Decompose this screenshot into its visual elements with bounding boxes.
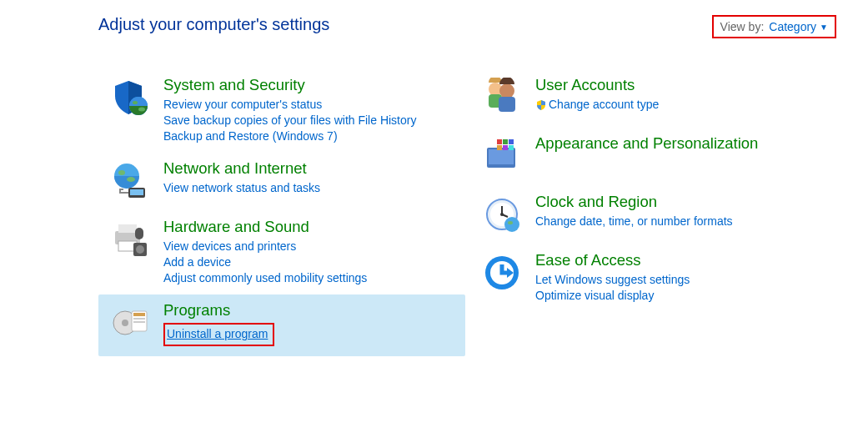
user-accounts-icon: [477, 78, 527, 118]
category-title-programs[interactable]: Programs: [163, 301, 274, 320]
svg-rect-32: [497, 145, 502, 150]
uninstall-highlight: Uninstall a program: [163, 323, 274, 346]
category-system-security: System and Security Review your computer…: [98, 69, 465, 153]
link-optimize-display[interactable]: Optimize visual display: [535, 289, 690, 302]
svg-point-41: [508, 221, 513, 224]
link-file-history[interactable]: Save backup copies of your files with Fi…: [163, 113, 416, 127]
category-title-hardware[interactable]: Hardware and Sound: [163, 218, 367, 236]
category-network-internet: Network and Internet View network status…: [98, 153, 465, 211]
clock-icon: [477, 194, 527, 234]
ease-of-access-icon: [477, 253, 527, 293]
link-devices-printers[interactable]: View devices and printers: [163, 239, 367, 253]
category-user-accounts: User Accounts Change account type: [470, 69, 779, 128]
link-mobility-settings[interactable]: Adjust commonly used mobility settings: [163, 271, 367, 284]
svg-rect-12: [118, 224, 137, 233]
dropdown-arrow-icon[interactable]: ▼: [820, 23, 828, 32]
svg-point-7: [118, 170, 125, 175]
svg-rect-31: [509, 139, 514, 144]
link-network-status[interactable]: View network status and tasks: [163, 181, 320, 194]
category-programs: Programs Uninstall a program: [98, 294, 465, 356]
svg-rect-22: [133, 321, 145, 323]
svg-point-40: [504, 217, 519, 232]
svg-point-25: [499, 83, 514, 98]
svg-rect-28: [489, 149, 514, 164]
category-appearance: Appearance and Personalization: [470, 128, 779, 186]
printer-icon: [105, 219, 155, 259]
link-backup-restore[interactable]: Backup and Restore (Windows 7): [163, 129, 416, 143]
svg-rect-26: [499, 97, 515, 112]
link-date-time-formats[interactable]: Change date, time, or number formats: [535, 214, 733, 228]
page-title: Adjust your computer's settings: [98, 15, 329, 34]
svg-point-4: [133, 101, 138, 104]
category-ease-of-access: Ease of Access Let Windows suggest setti…: [470, 244, 779, 312]
svg-rect-29: [497, 139, 502, 144]
link-add-device[interactable]: Add a device: [163, 255, 367, 269]
category-title-network[interactable]: Network and Internet: [163, 159, 320, 178]
svg-rect-30: [503, 139, 508, 144]
category-clock-region: Clock and Region Change date, time, or n…: [470, 186, 779, 244]
globe-icon: [105, 161, 155, 201]
category-hardware-sound: Hardware and Sound View devices and prin…: [98, 211, 465, 294]
svg-point-8: [127, 177, 135, 182]
svg-point-18: [122, 320, 128, 326]
svg-point-39: [500, 213, 504, 216]
category-title-clock-region[interactable]: Clock and Region: [535, 193, 733, 211]
view-by-highlight: View by: Category ▼: [712, 15, 836, 38]
link-uninstall-program[interactable]: Uninstall a program: [167, 327, 268, 340]
svg-rect-21: [133, 318, 145, 320]
link-review-status[interactable]: Review your computer's status: [163, 98, 416, 111]
svg-rect-10: [130, 189, 143, 195]
category-title-user-accounts[interactable]: User Accounts: [535, 76, 659, 94]
view-by-dropdown[interactable]: Category: [769, 20, 816, 33]
uac-shield-icon: [535, 99, 547, 111]
svg-rect-33: [503, 145, 508, 150]
appearance-icon: [477, 136, 527, 176]
svg-point-5: [138, 108, 145, 112]
link-suggest-settings[interactable]: Let Windows suggest settings: [535, 273, 690, 286]
programs-icon: [105, 303, 155, 343]
link-change-account-type[interactable]: Change account type: [535, 98, 659, 111]
shield-icon: [105, 78, 155, 118]
svg-point-15: [136, 245, 144, 254]
category-title-appearance[interactable]: Appearance and Personalization: [535, 134, 758, 153]
category-title-system-security[interactable]: System and Security: [163, 76, 416, 94]
svg-rect-34: [509, 145, 514, 150]
svg-rect-20: [133, 313, 145, 316]
category-title-ease-of-access[interactable]: Ease of Access: [535, 251, 690, 269]
view-by-label: View by:: [720, 20, 765, 33]
svg-rect-16: [135, 228, 143, 239]
